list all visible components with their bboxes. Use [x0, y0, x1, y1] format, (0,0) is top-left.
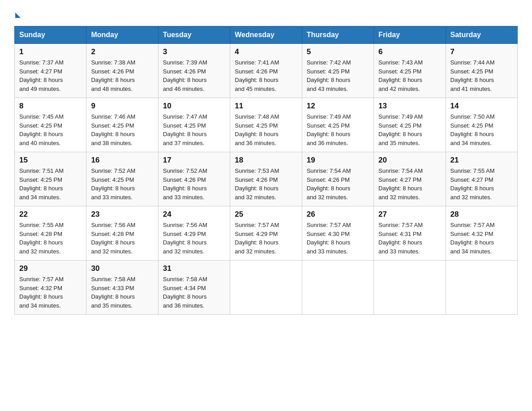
calendar-week-2: 8Sunrise: 7:45 AMSunset: 4:25 PMDaylight… — [15, 98, 518, 152]
calendar-cell: 19Sunrise: 7:54 AMSunset: 4:26 PMDayligh… — [302, 152, 373, 206]
calendar-cell: 10Sunrise: 7:47 AMSunset: 4:25 PMDayligh… — [158, 98, 230, 152]
day-info: Sunrise: 7:52 AMSunset: 4:25 PMDaylight:… — [91, 167, 153, 201]
calendar-cell: 12Sunrise: 7:49 AMSunset: 4:25 PMDayligh… — [302, 98, 373, 152]
calendar-header-row: SundayMondayTuesdayWednesdayThursdayFrid… — [15, 26, 518, 44]
day-number: 1 — [19, 47, 82, 56]
day-number: 15 — [19, 156, 82, 165]
day-info: Sunrise: 7:55 AMSunset: 4:28 PMDaylight:… — [19, 221, 82, 256]
day-info: Sunrise: 7:42 AMSunset: 4:25 PMDaylight:… — [307, 58, 369, 93]
calendar-week-3: 15Sunrise: 7:51 AMSunset: 4:25 PMDayligh… — [15, 152, 518, 206]
day-info: Sunrise: 7:46 AMSunset: 4:25 PMDaylight:… — [91, 112, 153, 147]
logo — [14, 11, 21, 18]
calendar-week-5: 29Sunrise: 7:57 AMSunset: 4:32 PMDayligh… — [15, 261, 518, 315]
day-info: Sunrise: 7:58 AMSunset: 4:34 PMDaylight:… — [163, 275, 225, 310]
day-number: 18 — [235, 156, 297, 165]
calendar-week-4: 22Sunrise: 7:55 AMSunset: 4:28 PMDayligh… — [15, 206, 518, 261]
calendar-cell: 15Sunrise: 7:51 AMSunset: 4:25 PMDayligh… — [15, 152, 86, 206]
calendar-cell: 4Sunrise: 7:41 AMSunset: 4:26 PMDaylight… — [230, 44, 302, 98]
day-number: 6 — [378, 47, 441, 56]
calendar-cell — [230, 261, 302, 315]
day-number: 26 — [307, 210, 369, 219]
day-number: 4 — [235, 47, 297, 56]
day-info: Sunrise: 7:49 AMSunset: 4:25 PMDaylight:… — [307, 112, 369, 147]
day-number: 8 — [19, 102, 82, 111]
calendar-cell: 9Sunrise: 7:46 AMSunset: 4:25 PMDaylight… — [86, 98, 158, 152]
day-info: Sunrise: 7:54 AMSunset: 4:26 PMDaylight:… — [307, 167, 369, 201]
day-number: 13 — [378, 102, 441, 111]
day-number: 27 — [378, 210, 441, 219]
calendar-cell: 1Sunrise: 7:37 AMSunset: 4:27 PMDaylight… — [15, 44, 86, 98]
calendar-cell: 2Sunrise: 7:38 AMSunset: 4:26 PMDaylight… — [86, 44, 158, 98]
day-number: 9 — [91, 102, 153, 111]
calendar-cell — [302, 261, 373, 315]
calendar-cell: 13Sunrise: 7:49 AMSunset: 4:25 PMDayligh… — [374, 98, 446, 152]
day-info: Sunrise: 7:44 AMSunset: 4:25 PMDaylight:… — [450, 58, 513, 93]
day-info: Sunrise: 7:37 AMSunset: 4:27 PMDaylight:… — [19, 58, 82, 93]
day-number: 11 — [235, 102, 297, 111]
calendar-table: SundayMondayTuesdayWednesdayThursdayFrid… — [14, 26, 518, 315]
day-number: 22 — [19, 210, 82, 219]
day-number: 24 — [163, 210, 225, 219]
day-info: Sunrise: 7:52 AMSunset: 4:26 PMDaylight:… — [163, 167, 225, 201]
day-number: 3 — [163, 47, 225, 56]
calendar-cell: 22Sunrise: 7:55 AMSunset: 4:28 PMDayligh… — [15, 206, 86, 261]
page-header — [14, 11, 518, 18]
calendar-week-1: 1Sunrise: 7:37 AMSunset: 4:27 PMDaylight… — [15, 44, 518, 98]
day-number: 20 — [378, 156, 441, 165]
calendar-cell: 21Sunrise: 7:55 AMSunset: 4:27 PMDayligh… — [446, 152, 517, 206]
calendar-cell: 5Sunrise: 7:42 AMSunset: 4:25 PMDaylight… — [302, 44, 373, 98]
calendar-cell: 11Sunrise: 7:48 AMSunset: 4:25 PMDayligh… — [230, 98, 302, 152]
day-number: 17 — [163, 156, 225, 165]
day-number: 29 — [19, 264, 82, 273]
day-number: 5 — [307, 47, 369, 56]
calendar-cell: 27Sunrise: 7:57 AMSunset: 4:31 PMDayligh… — [374, 206, 446, 261]
logo-arrow-icon — [15, 13, 21, 18]
calendar-cell: 29Sunrise: 7:57 AMSunset: 4:32 PMDayligh… — [15, 261, 86, 315]
day-number: 25 — [235, 210, 297, 219]
day-info: Sunrise: 7:51 AMSunset: 4:25 PMDaylight:… — [19, 167, 82, 201]
header-saturday: Saturday — [446, 26, 517, 44]
calendar-cell: 26Sunrise: 7:57 AMSunset: 4:30 PMDayligh… — [302, 206, 373, 261]
day-info: Sunrise: 7:53 AMSunset: 4:26 PMDaylight:… — [235, 167, 297, 201]
calendar-cell: 23Sunrise: 7:56 AMSunset: 4:28 PMDayligh… — [86, 206, 158, 261]
day-info: Sunrise: 7:57 AMSunset: 4:30 PMDaylight:… — [307, 221, 369, 256]
calendar-cell: 24Sunrise: 7:56 AMSunset: 4:29 PMDayligh… — [158, 206, 230, 261]
day-info: Sunrise: 7:57 AMSunset: 4:29 PMDaylight:… — [235, 221, 297, 256]
day-number: 2 — [91, 47, 153, 56]
day-info: Sunrise: 7:49 AMSunset: 4:25 PMDaylight:… — [378, 112, 441, 147]
calendar-cell: 30Sunrise: 7:58 AMSunset: 4:33 PMDayligh… — [86, 261, 158, 315]
calendar-cell — [446, 261, 517, 315]
day-number: 7 — [450, 47, 513, 56]
day-info: Sunrise: 7:57 AMSunset: 4:32 PMDaylight:… — [19, 275, 82, 310]
day-number: 14 — [450, 102, 513, 111]
header-tuesday: Tuesday — [158, 26, 230, 44]
day-info: Sunrise: 7:48 AMSunset: 4:25 PMDaylight:… — [235, 112, 297, 147]
calendar-cell: 17Sunrise: 7:52 AMSunset: 4:26 PMDayligh… — [158, 152, 230, 206]
day-info: Sunrise: 7:56 AMSunset: 4:28 PMDaylight:… — [91, 221, 153, 256]
day-info: Sunrise: 7:43 AMSunset: 4:25 PMDaylight:… — [378, 58, 441, 93]
header-sunday: Sunday — [15, 26, 86, 44]
day-number: 19 — [307, 156, 369, 165]
day-info: Sunrise: 7:45 AMSunset: 4:25 PMDaylight:… — [19, 112, 82, 147]
day-number: 30 — [91, 264, 153, 273]
day-info: Sunrise: 7:56 AMSunset: 4:29 PMDaylight:… — [163, 221, 225, 256]
day-number: 28 — [450, 210, 513, 219]
day-number: 10 — [163, 102, 225, 111]
day-info: Sunrise: 7:41 AMSunset: 4:26 PMDaylight:… — [235, 58, 297, 93]
day-number: 21 — [450, 156, 513, 165]
calendar-cell: 14Sunrise: 7:50 AMSunset: 4:25 PMDayligh… — [446, 98, 517, 152]
day-info: Sunrise: 7:47 AMSunset: 4:25 PMDaylight:… — [163, 112, 225, 147]
day-info: Sunrise: 7:57 AMSunset: 4:32 PMDaylight:… — [450, 221, 513, 256]
header-thursday: Thursday — [302, 26, 373, 44]
calendar-cell: 31Sunrise: 7:58 AMSunset: 4:34 PMDayligh… — [158, 261, 230, 315]
day-info: Sunrise: 7:50 AMSunset: 4:25 PMDaylight:… — [450, 112, 513, 147]
day-number: 23 — [91, 210, 153, 219]
calendar-cell: 6Sunrise: 7:43 AMSunset: 4:25 PMDaylight… — [374, 44, 446, 98]
calendar-cell: 8Sunrise: 7:45 AMSunset: 4:25 PMDaylight… — [15, 98, 86, 152]
day-number: 16 — [91, 156, 153, 165]
header-wednesday: Wednesday — [230, 26, 302, 44]
calendar-cell: 20Sunrise: 7:54 AMSunset: 4:27 PMDayligh… — [374, 152, 446, 206]
day-info: Sunrise: 7:55 AMSunset: 4:27 PMDaylight:… — [450, 167, 513, 201]
day-info: Sunrise: 7:58 AMSunset: 4:33 PMDaylight:… — [91, 275, 153, 310]
day-number: 31 — [163, 264, 225, 273]
